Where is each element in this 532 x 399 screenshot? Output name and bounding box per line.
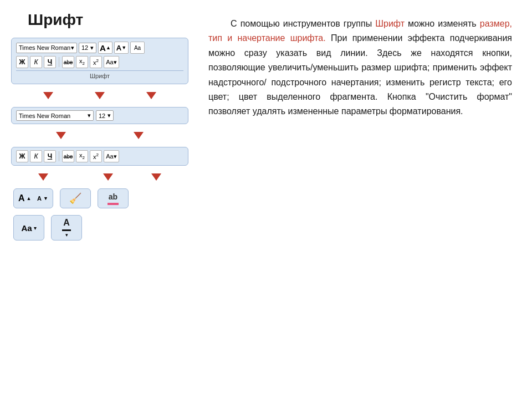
font-color-button[interactable]: A ▾ xyxy=(51,215,82,241)
bottom-buttons-row-2: Aa ▾ A ▾ xyxy=(11,215,188,241)
arrows-row-3 xyxy=(11,172,188,182)
text-size-arrow-up-icon: ▲ xyxy=(27,196,32,201)
description-text-1: С помощью инструментов группы xyxy=(231,19,375,28)
grow-font-button[interactable]: A▲ xyxy=(98,42,112,54)
font-name-row: Times New Roman ▾ 12 ▾ A▲ A▼ Aa xyxy=(16,42,183,54)
shrink-font-button[interactable]: A▼ xyxy=(114,42,129,54)
arrow-2 xyxy=(95,92,105,99)
text-size-arrow-down-icon: ▼ xyxy=(43,196,48,201)
change-case-mini-button[interactable]: Aa ▾ xyxy=(13,215,44,241)
sub-toolbar-format: Ж К Ч abe x2 x2 Aa▾ xyxy=(11,147,188,166)
highlight-ab-text: ab xyxy=(109,192,117,201)
sub-subscript-button[interactable]: x2 xyxy=(76,150,88,162)
font-name-dropdown[interactable]: Times New Roman ▾ xyxy=(16,43,77,53)
left-panel: Шрифт Times New Roman ▾ 12 ▾ A▲ A▼ Aa Ж xyxy=(11,11,188,388)
sub-superscript-button[interactable]: x2 xyxy=(90,150,102,162)
sub-font-size-text: 12 xyxy=(99,112,105,119)
sub-toolbar-font-name: Times New Roman ▾ 12 ▾ xyxy=(11,107,188,124)
page-title: Шрифт xyxy=(11,11,188,29)
arrow-7 xyxy=(103,173,113,181)
highlight-color-button[interactable]: ab xyxy=(98,188,129,208)
sub-italic-button[interactable]: К xyxy=(30,150,42,162)
sub-divider xyxy=(59,151,59,161)
sub-dropdown-arrow: ▾ xyxy=(88,112,91,119)
sub-change-case-button[interactable]: Aa▾ xyxy=(104,150,119,162)
change-case-dropdown-icon: ▾ xyxy=(34,225,37,231)
toolbar-group-label: Шрифт xyxy=(16,70,183,79)
text-size-space xyxy=(33,193,35,203)
sub-strikethrough-text: abe xyxy=(64,154,73,160)
font-size-text: 12 xyxy=(81,44,88,51)
sub-font-name-dropdown[interactable]: Times New Roman ▾ xyxy=(16,110,94,121)
text-size-large-icon: A xyxy=(18,193,25,203)
italic-button[interactable]: К xyxy=(30,56,42,68)
sub-subscript-text: x2 xyxy=(79,152,85,160)
superscript-button[interactable]: x2 xyxy=(90,56,102,68)
font-color-bar xyxy=(62,229,71,231)
arrows-row-2 xyxy=(11,131,188,140)
sub-font-name-text: Times New Roman xyxy=(19,112,70,119)
arrow-3 xyxy=(146,92,156,99)
clear-format-button[interactable]: Aa xyxy=(130,42,145,54)
description-text-2: можно изменять xyxy=(405,19,480,28)
clear-format-mini-button[interactable]: 🧹 xyxy=(60,188,91,208)
change-case-aa-text: Aa xyxy=(21,223,32,233)
text-size-small-icon: A xyxy=(37,195,42,202)
dropdown-arrow: ▾ xyxy=(71,44,74,52)
font-toolbar-main: Times New Roman ▾ 12 ▾ A▲ A▼ Aa Ж К Ч ab… xyxy=(11,38,188,84)
sub-strikethrough-button[interactable]: abe xyxy=(62,150,74,162)
format-buttons-row: Ж К Ч abe x2 x2 Aa▾ xyxy=(16,56,183,68)
size-dropdown-arrow: ▾ xyxy=(90,44,94,52)
font-color-a-text: A xyxy=(63,218,70,228)
sub-font-size-dropdown[interactable]: 12 ▾ xyxy=(96,110,114,121)
strikethrough-text: abe xyxy=(64,59,73,65)
text-size-mini-button[interactable]: A ▲ A ▼ xyxy=(13,188,53,208)
arrow-5 xyxy=(134,132,144,139)
bottom-buttons-row: A ▲ A ▼ 🧹 ab xyxy=(11,188,188,208)
change-case-button[interactable]: Aa▾ xyxy=(104,56,119,68)
eraser-icon: 🧹 xyxy=(69,192,81,204)
divider1 xyxy=(59,57,59,67)
arrows-row-1 xyxy=(11,91,188,100)
highlight-color-bar xyxy=(108,203,119,205)
page: Шрифт Times New Roman ▾ 12 ▾ A▲ A▼ Aa Ж xyxy=(0,0,532,399)
bold-button[interactable]: Ж xyxy=(16,56,28,68)
description-text-3: При применении эффекта подчеркивания мож… xyxy=(208,33,512,116)
right-panel: С помощью инструментов группы Шрифт можн… xyxy=(200,11,521,388)
subscript-text: x2 xyxy=(79,58,85,66)
group-name-highlight: Шрифт xyxy=(375,19,405,28)
strikethrough-button[interactable]: abe xyxy=(62,56,74,68)
subscript-button[interactable]: x2 xyxy=(76,56,88,68)
description-paragraph: С помощью инструментов группы Шрифт можн… xyxy=(208,17,512,119)
font-name-text: Times New Roman xyxy=(19,44,70,51)
font-color-dropdown-icon: ▾ xyxy=(65,232,68,238)
arrow-4 xyxy=(56,132,66,139)
arrow-8 xyxy=(151,173,161,181)
superscript-text: x2 xyxy=(93,58,99,66)
underline-button[interactable]: Ч xyxy=(44,56,56,68)
font-size-dropdown[interactable]: 12 ▾ xyxy=(79,43,96,53)
sub-size-arrow: ▾ xyxy=(108,112,111,119)
sub-bold-button[interactable]: Ж xyxy=(16,150,28,162)
sub-superscript-text: x2 xyxy=(93,152,99,160)
arrow-1 xyxy=(43,92,53,99)
arrow-6 xyxy=(38,173,48,181)
sub-underline-button[interactable]: Ч xyxy=(44,150,56,162)
